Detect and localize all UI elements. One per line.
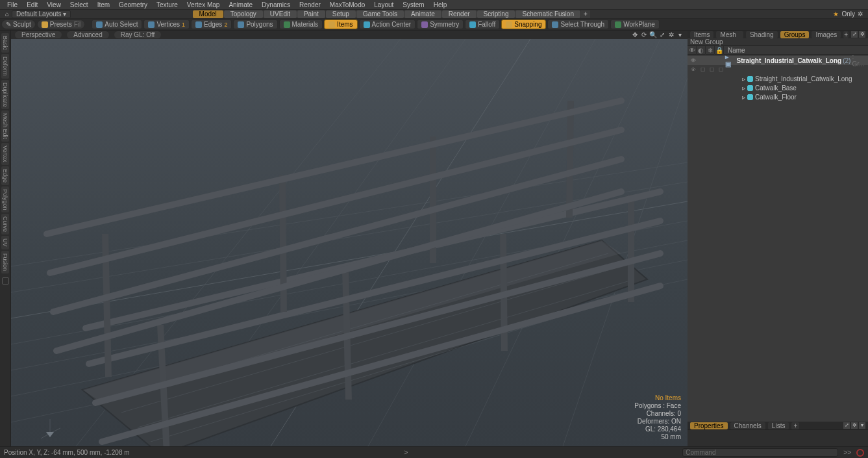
menu-item[interactable]: Item — [93, 1, 114, 9]
tab-add[interactable]: + — [843, 31, 849, 38]
zoom-icon[interactable]: 🔍 — [649, 31, 656, 38]
tab-fusion[interactable]: Fusion — [1, 251, 9, 274]
tab-deform[interactable]: Deform — [1, 54, 9, 79]
symmetry-button[interactable]: Symmetry — [417, 19, 464, 29]
tab-items[interactable]: Items — [690, 31, 713, 38]
rotate-icon[interactable]: ⟳ — [640, 31, 647, 38]
tab-images[interactable]: Images — [812, 31, 841, 38]
layout-dropdown[interactable]: Default Layouts ▾ — [12, 10, 71, 18]
mode-setup[interactable]: Setup — [326, 10, 356, 18]
falloff-button[interactable]: Falloff — [465, 19, 500, 29]
star-icon[interactable]: ★ — [833, 10, 839, 18]
fit-icon[interactable]: ⤢ — [658, 31, 665, 38]
view-raygl[interactable]: Ray GL: Off — [114, 31, 162, 38]
tree-item-1[interactable]: ▹Catwalk_Base — [688, 83, 868, 92]
actioncenter-button[interactable]: Action Center — [359, 19, 416, 29]
history-button[interactable]: >> — [843, 449, 851, 456]
tab-basic[interactable]: Basic — [1, 33, 9, 53]
tab-curve[interactable]: Curve — [1, 214, 9, 235]
tab-groups[interactable]: Groups — [780, 31, 810, 38]
freeze-icon[interactable]: ❄ — [706, 46, 715, 55]
command-input[interactable]: Command — [682, 448, 838, 457]
menu-layout[interactable]: Layout — [369, 1, 398, 9]
chevron-icon[interactable]: ▾ — [859, 422, 865, 429]
polygons-button[interactable]: Polygons — [233, 19, 277, 29]
folder-icon: ▸ ▣ — [725, 55, 735, 68]
home-icon[interactable]: ⌂ — [3, 10, 12, 18]
view-perspective[interactable]: Perspective — [15, 31, 62, 38]
lock-icon[interactable]: 🔒 — [715, 46, 724, 55]
record-icon[interactable] — [856, 449, 864, 457]
menu-help[interactable]: Help — [429, 1, 452, 9]
menu-dynamics[interactable]: Dynamics — [257, 1, 295, 9]
menu-maxtomodo[interactable]: MaxToModo — [325, 1, 369, 9]
tab-uv[interactable]: UV — [1, 236, 9, 249]
item-tabs: Items Mesh Ops Shading Groups Images + ⤢… — [688, 31, 868, 38]
only-toggle[interactable]: Only — [841, 10, 855, 18]
solo-icon[interactable]: ◐ — [697, 46, 706, 55]
menu-file[interactable]: File — [3, 1, 22, 9]
vertices-button[interactable]: Vertices1 — [143, 19, 190, 29]
color-swatch[interactable] — [2, 277, 9, 285]
svg-marker-38 — [46, 432, 54, 437]
workplane-button[interactable]: WorkPlane — [610, 19, 660, 29]
gear-icon[interactable]: ✲ — [858, 10, 863, 18]
history-handle[interactable]: > — [404, 449, 408, 456]
snapping-button[interactable]: Snapping — [501, 19, 546, 29]
propgear-icon[interactable]: ✲ — [851, 422, 858, 429]
tab-meshops[interactable]: Mesh Ops — [716, 31, 743, 38]
mode-scripting[interactable]: Scripting — [477, 10, 515, 18]
mode-model[interactable]: Model — [193, 10, 223, 18]
chevron-down-icon[interactable]: ▾ — [676, 31, 684, 38]
tree-item-0[interactable]: ▹Straight_Industrial_Catwalk_Long — [688, 74, 868, 83]
tab-channels[interactable]: Channels — [730, 422, 765, 429]
menu-edit[interactable]: Edit — [22, 1, 42, 9]
tab-meshedit[interactable]: Mesh Edit — [1, 110, 9, 142]
mode-schematic[interactable]: Schematic Fusion — [515, 10, 580, 18]
menu-view[interactable]: View — [42, 1, 66, 9]
mode-render[interactable]: Render — [442, 10, 477, 18]
orientation-gizmo[interactable] — [37, 414, 63, 440]
tree-group[interactable]: 👁 ▸ ▣ Straight_Industrial_Catwalk_Long (… — [688, 56, 868, 65]
prop-add[interactable]: + — [791, 422, 799, 429]
menu-select[interactable]: Select — [66, 1, 93, 9]
tree[interactable]: 👁 ▸ ▣ Straight_Industrial_Catwalk_Long (… — [688, 55, 868, 422]
tab-shading[interactable]: Shading — [746, 31, 778, 38]
selectthrough-button[interactable]: Select Through — [547, 19, 609, 29]
tree-item-2[interactable]: ▹Catwalk_Floor — [688, 92, 868, 101]
menu-texture[interactable]: Texture — [152, 1, 182, 9]
mode-gametools[interactable]: Game Tools — [356, 10, 404, 18]
expand-icon[interactable]: ⤢ — [843, 422, 850, 429]
eye-icon[interactable]: 👁 — [688, 46, 697, 55]
menu-render[interactable]: Render — [295, 1, 325, 9]
viewport[interactable]: No Items Polygons : Face Channels: 0 Def… — [11, 39, 688, 446]
new-group-button[interactable]: New Group — [688, 38, 868, 46]
expand-icon[interactable]: ⤢ — [851, 31, 858, 38]
tab-duplicate[interactable]: Duplicate — [1, 80, 9, 110]
sculpt-button[interactable]: ✎Sculpt — [1, 19, 36, 29]
menu-vertexmap[interactable]: Vertex Map — [182, 1, 225, 9]
materials-button[interactable]: Materials — [279, 19, 323, 29]
menu-geometry[interactable]: Geometry — [114, 1, 152, 9]
mode-topology[interactable]: Topology — [224, 10, 263, 18]
mode-animate[interactable]: Animate — [404, 10, 441, 18]
tab-vertex[interactable]: Vertex — [1, 143, 9, 165]
move-icon[interactable]: ✥ — [631, 31, 638, 38]
viewgear-icon[interactable]: ✲ — [667, 31, 675, 38]
tab-edge[interactable]: Edge — [1, 166, 9, 185]
presets-button[interactable]: PresetsFil — [37, 19, 85, 29]
menu-animate[interactable]: Animate — [224, 1, 257, 9]
mode-paint[interactable]: Paint — [297, 10, 325, 18]
tab-polygon[interactable]: Polygon — [1, 186, 9, 213]
mode-add[interactable]: + — [581, 10, 590, 18]
tab-lists[interactable]: Lists — [768, 422, 789, 429]
tab-properties[interactable]: Properties — [690, 422, 728, 429]
mode-uvedit[interactable]: UVEdit — [264, 10, 297, 18]
autoselect-button[interactable]: Auto Select — [92, 19, 142, 29]
edges-button[interactable]: Edges2 — [191, 19, 232, 29]
items-button[interactable]: Items — [324, 19, 357, 29]
panelgear-icon[interactable]: ✲ — [859, 31, 865, 38]
menu-system[interactable]: System — [398, 1, 428, 9]
view-advanced[interactable]: Advanced — [67, 31, 108, 38]
name-header[interactable]: Name — [724, 47, 868, 54]
